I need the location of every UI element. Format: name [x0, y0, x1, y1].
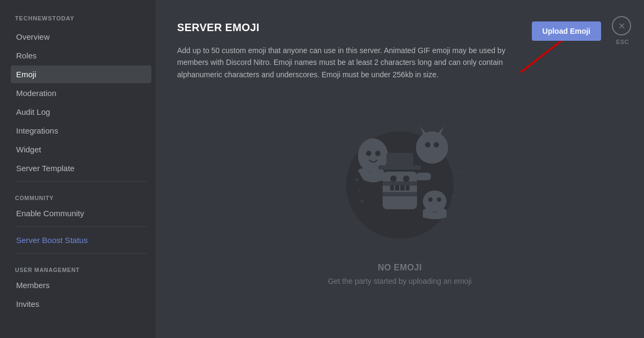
sidebar-item-audit-log[interactable]: Audit Log	[11, 103, 151, 121]
svg-point-15	[390, 175, 397, 182]
sidebar-divider-3	[15, 253, 147, 254]
sidebar-divider-1	[15, 181, 147, 182]
svg-point-6	[416, 131, 448, 164]
sidebar-item-overview[interactable]: Overview	[11, 28, 151, 46]
sidebar-item-label: Server Boost Status	[16, 236, 87, 245]
sidebar-item-label: Emoji	[16, 70, 36, 79]
user-management-section-label: USER MANAGEMENT	[11, 258, 151, 276]
sidebar-item-emoji[interactable]: Emoji	[11, 65, 151, 83]
svg-point-29	[452, 194, 455, 197]
sidebar-item-label: Integrations	[16, 126, 58, 135]
sidebar-item-server-boost-status[interactable]: Server Boost Status	[11, 231, 151, 249]
emoji-illustration	[325, 102, 475, 252]
sidebar-item-label: Server Template	[16, 164, 75, 173]
svg-rect-14	[383, 192, 417, 196]
sidebar-item-label: Widget	[16, 145, 41, 154]
close-icon: ✕	[618, 21, 625, 31]
svg-point-27	[457, 170, 460, 173]
sidebar-item-label: Roles	[16, 51, 36, 60]
svg-rect-21	[369, 173, 384, 180]
sidebar-divider-2	[15, 226, 147, 227]
description-text: Add up to 50 custom emoji that anyone ca…	[177, 45, 510, 80]
sidebar-item-integrations[interactable]: Integrations	[11, 122, 151, 139]
empty-state: NO EMOJI Get the party started by upload…	[177, 102, 623, 285]
svg-point-25	[437, 197, 441, 202]
sidebar-item-label: Invites	[16, 299, 39, 308]
empty-subtitle: Get the party started by uploading an em…	[328, 277, 472, 285]
sidebar-item-label: Members	[16, 281, 50, 290]
sidebar-item-label: Overview	[16, 32, 50, 41]
sidebar-item-label: Moderation	[16, 89, 56, 98]
sidebar-item-roles[interactable]: Roles	[11, 47, 151, 64]
svg-point-24	[428, 197, 433, 202]
server-name: TECHNEWSTODAY	[11, 11, 151, 26]
sidebar: TECHNEWSTODAY Overview Roles Emoji Moder…	[0, 0, 156, 338]
svg-point-26	[355, 178, 358, 181]
svg-point-28	[361, 200, 364, 203]
upload-emoji-button[interactable]: Upload Emoji	[532, 21, 601, 41]
svg-point-4	[366, 151, 371, 156]
main-content: SERVER EMOJI Add up to 50 custom emoji t…	[156, 0, 644, 338]
svg-point-16	[403, 175, 409, 182]
empty-title: NO EMOJI	[378, 263, 422, 273]
sidebar-item-enable-community[interactable]: Enable Community	[11, 204, 151, 222]
svg-rect-12	[386, 153, 413, 166]
svg-point-5	[375, 151, 380, 156]
svg-point-8	[434, 142, 439, 148]
sidebar-item-moderation[interactable]: Moderation	[11, 84, 151, 102]
svg-point-9	[424, 149, 440, 157]
sidebar-item-widget[interactable]: Widget	[11, 141, 151, 158]
svg-rect-22	[416, 173, 431, 180]
community-section-label: COMMUNITY	[11, 186, 151, 204]
svg-point-30	[358, 189, 361, 192]
sidebar-item-label: Enable Community	[16, 209, 84, 218]
svg-point-31	[455, 184, 457, 186]
sidebar-item-server-template[interactable]: Server Template	[11, 159, 151, 177]
svg-point-7	[425, 142, 430, 148]
sidebar-item-label: Audit Log	[16, 107, 50, 116]
sidebar-item-invites[interactable]: Invites	[11, 295, 151, 313]
esc-label: ESC	[616, 39, 629, 45]
sidebar-item-members[interactable]: Members	[11, 276, 151, 294]
svg-rect-13	[383, 181, 417, 186]
close-button[interactable]: ✕	[612, 16, 631, 35]
